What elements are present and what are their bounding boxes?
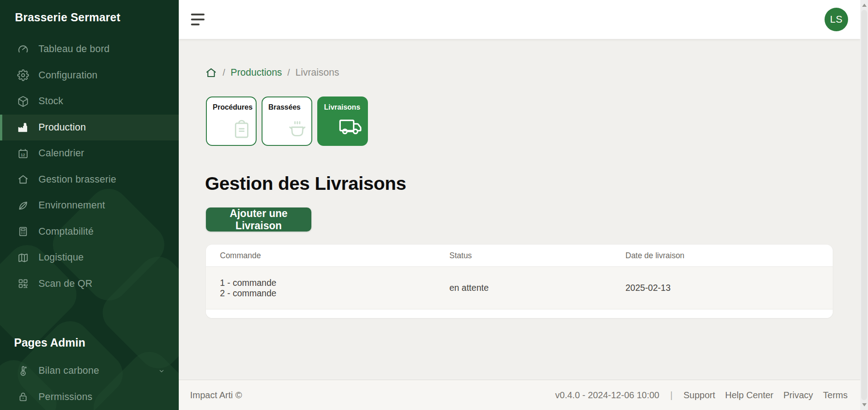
commande-line: 1 - commande	[220, 278, 449, 288]
table-header-row: Commande Status Date de livraison	[206, 245, 833, 267]
sidebar-item-label: Bilan carbone	[38, 365, 99, 376]
column-header-status: Status	[449, 251, 625, 260]
breadcrumb-separator: /	[287, 68, 290, 78]
thermometer-icon	[17, 365, 29, 377]
livraisons-table: Commande Status Date de livraison 1 - co…	[206, 245, 833, 318]
sidebar-item-label: Environnement	[38, 200, 105, 211]
map-icon	[17, 251, 29, 264]
leaf-icon	[17, 199, 29, 212]
sidebar-nav: Tableau de bord Configuration Stock Prod…	[0, 36, 179, 297]
home-icon[interactable]	[205, 67, 217, 79]
sidebar-item-calendrier[interactable]: 12 Calendrier	[0, 140, 179, 167]
sidebar-item-comptabilite[interactable]: Comptabilité	[0, 219, 179, 245]
breadcrumb-separator: /	[223, 68, 225, 78]
chevron-down-icon[interactable]	[158, 367, 165, 375]
sidebar-item-label: Stock	[38, 96, 63, 107]
sidebar-item-gestion-brasserie[interactable]: Gestion brasserie	[0, 167, 179, 193]
package-icon	[17, 95, 29, 107]
sidebar-item-label: Gestion brasserie	[38, 174, 116, 185]
avatar[interactable]: LS	[825, 8, 848, 31]
truck-icon	[338, 114, 363, 141]
footer-link-support[interactable]: Support	[683, 390, 715, 400]
sidebar-item-environnement[interactable]: Environnement	[0, 193, 179, 219]
footer-divider: |	[669, 390, 673, 400]
calculator-icon	[17, 226, 29, 238]
svg-text:12: 12	[20, 153, 25, 157]
sidebar-item-scan-de-qr[interactable]: Scan de QR	[0, 271, 179, 297]
sidebar-item-tableau-de-bord[interactable]: Tableau de bord	[0, 36, 179, 63]
sidebar-item-label: Calendrier	[38, 148, 84, 159]
tab-procedures[interactable]: Procédures	[206, 96, 257, 146]
factory-icon	[17, 121, 29, 134]
cell-commande: 1 - commande 2 - commande	[220, 278, 449, 299]
qr-icon	[17, 278, 29, 290]
breadcrumb: / Productions / Livraisons	[205, 67, 339, 79]
tab-brassees[interactable]: Brassées	[262, 96, 312, 146]
tab-label: Livraisons	[324, 103, 360, 111]
sidebar: Brasserie Sermaret Tableau de bord Confi…	[0, 0, 179, 410]
sidebar-item-bilan-carbone[interactable]: Bilan carbone	[0, 358, 179, 384]
tab-label: Procédures	[213, 103, 253, 111]
footer-brand: Impact Arti ©	[190, 390, 242, 400]
app-title: Brasserie Sermaret	[15, 11, 120, 24]
tab-livraisons[interactable]: Livraisons	[317, 96, 368, 146]
lock-icon	[17, 391, 29, 403]
footer: Impact Arti © v0.4.0 - 2024-12-06 10:00 …	[179, 380, 860, 410]
sidebar-admin-nav: Bilan carbone Permissions	[0, 358, 179, 410]
sidebar-item-label: Production	[38, 122, 86, 133]
home-icon	[17, 174, 29, 186]
page-title: Gestion des Livraisons	[205, 173, 406, 194]
sidebar-section-pages-admin: Pages Admin	[14, 336, 85, 349]
cell-status: en attente	[449, 283, 625, 293]
scroll-up-arrow[interactable]	[860, 1, 868, 9]
footer-version: v0.4.0 - 2024-12-06 10:00	[555, 390, 659, 400]
breadcrumb-current-livraisons: Livraisons	[296, 67, 339, 78]
sidebar-item-logistique[interactable]: Logistique	[0, 245, 179, 271]
column-header-date: Date de livraison	[625, 251, 833, 260]
footer-links: v0.4.0 - 2024-12-06 10:00 | Support Help…	[555, 390, 848, 400]
gear-icon	[17, 69, 29, 82]
sidebar-item-label: Tableau de bord	[38, 43, 110, 55]
gauge-icon	[17, 43, 29, 55]
column-header-commande: Commande	[220, 251, 449, 260]
tab-label: Brassées	[268, 103, 300, 111]
sidebar-item-label: Configuration	[38, 70, 98, 81]
table-footer-strip	[206, 309, 833, 318]
sidebar-item-label: Permissions	[38, 391, 92, 403]
footer-link-help-center[interactable]: Help Center	[725, 390, 773, 400]
sidebar-item-production[interactable]: Production	[0, 115, 179, 141]
commande-line: 2 - commande	[220, 288, 449, 299]
sidebar-item-label: Logistique	[38, 252, 84, 263]
main-content: / Productions / Livraisons Procédures Br…	[179, 39, 860, 380]
cell-date: 2025-02-13	[625, 283, 833, 293]
footer-link-terms[interactable]: Terms	[823, 390, 848, 400]
table-row[interactable]: 1 - commande 2 - commande en attente 202…	[206, 267, 833, 309]
sidebar-item-label: Comptabilité	[38, 226, 94, 237]
sidebar-item-label: Scan de QR	[38, 278, 92, 289]
add-livraison-button[interactable]: Ajouter une Livraison	[206, 207, 311, 232]
hamburger-menu-icon[interactable]	[191, 14, 205, 25]
breadcrumb-link-productions[interactable]: Productions	[231, 67, 282, 78]
calendar-icon: 12	[17, 147, 29, 159]
scrollbar-thumb[interactable]	[861, 10, 867, 400]
sidebar-item-configuration[interactable]: Configuration	[0, 63, 179, 89]
sidebar-item-stock[interactable]: Stock	[0, 88, 179, 115]
sidebar-item-permissions[interactable]: Permissions	[0, 384, 179, 410]
tab-cards: Procédures Brassées Livraisons	[206, 96, 368, 146]
footer-link-privacy[interactable]: Privacy	[783, 390, 813, 400]
clipboard-icon	[231, 119, 252, 141]
scrollbar[interactable]	[860, 0, 868, 410]
topbar: LS	[179, 0, 860, 39]
brew-pot-icon	[287, 119, 308, 141]
scroll-down-arrow[interactable]	[860, 401, 868, 409]
